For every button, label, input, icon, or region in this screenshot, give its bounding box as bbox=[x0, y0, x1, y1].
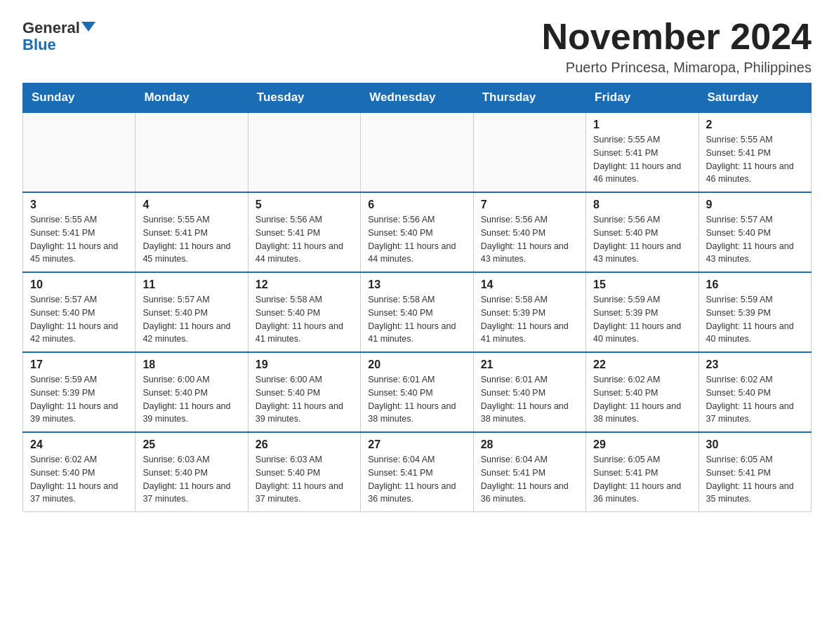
calendar-header-row: SundayMondayTuesdayWednesdayThursdayFrid… bbox=[23, 83, 812, 113]
calendar-cell: 10Sunrise: 5:57 AM Sunset: 5:40 PM Dayli… bbox=[23, 272, 135, 352]
day-info: Sunrise: 6:02 AM Sunset: 5:40 PM Dayligh… bbox=[30, 453, 128, 506]
calendar-cell: 11Sunrise: 5:57 AM Sunset: 5:40 PM Dayli… bbox=[135, 272, 248, 352]
calendar-cell: 17Sunrise: 5:59 AM Sunset: 5:39 PM Dayli… bbox=[23, 352, 135, 432]
calendar-cell: 6Sunrise: 5:56 AM Sunset: 5:40 PM Daylig… bbox=[361, 192, 473, 272]
calendar-cell: 2Sunrise: 5:55 AM Sunset: 5:41 PM Daylig… bbox=[699, 112, 811, 192]
calendar-week-3: 10Sunrise: 5:57 AM Sunset: 5:40 PM Dayli… bbox=[23, 272, 812, 352]
day-info: Sunrise: 5:59 AM Sunset: 5:39 PM Dayligh… bbox=[706, 293, 804, 346]
day-number: 1 bbox=[593, 119, 691, 131]
day-number: 14 bbox=[481, 279, 578, 291]
day-info: Sunrise: 6:03 AM Sunset: 5:40 PM Dayligh… bbox=[143, 453, 240, 506]
day-info: Sunrise: 6:00 AM Sunset: 5:40 PM Dayligh… bbox=[143, 373, 240, 426]
day-info: Sunrise: 6:05 AM Sunset: 5:41 PM Dayligh… bbox=[706, 453, 804, 506]
day-number: 7 bbox=[481, 199, 578, 211]
day-number: 15 bbox=[593, 279, 691, 291]
day-info: Sunrise: 6:01 AM Sunset: 5:40 PM Dayligh… bbox=[368, 373, 465, 426]
day-info: Sunrise: 6:00 AM Sunset: 5:40 PM Dayligh… bbox=[256, 373, 353, 426]
calendar-cell: 13Sunrise: 5:58 AM Sunset: 5:40 PM Dayli… bbox=[361, 272, 473, 352]
day-number: 13 bbox=[368, 279, 465, 291]
day-info: Sunrise: 6:05 AM Sunset: 5:41 PM Dayligh… bbox=[593, 453, 691, 506]
calendar-cell: 8Sunrise: 5:56 AM Sunset: 5:40 PM Daylig… bbox=[586, 192, 699, 272]
day-number: 24 bbox=[30, 438, 128, 451]
calendar-cell bbox=[248, 112, 360, 192]
calendar-cell bbox=[135, 112, 248, 192]
day-number: 18 bbox=[143, 358, 240, 371]
calendar-header-saturday: Saturday bbox=[699, 83, 811, 113]
calendar-cell: 16Sunrise: 5:59 AM Sunset: 5:39 PM Dayli… bbox=[699, 272, 811, 352]
title-block: November 2024 Puerto Princesa, Mimaropa,… bbox=[542, 17, 812, 76]
calendar-cell: 15Sunrise: 5:59 AM Sunset: 5:39 PM Dayli… bbox=[586, 272, 699, 352]
calendar-cell bbox=[473, 112, 585, 192]
calendar-cell: 22Sunrise: 6:02 AM Sunset: 5:40 PM Dayli… bbox=[586, 352, 699, 432]
calendar-week-4: 17Sunrise: 5:59 AM Sunset: 5:39 PM Dayli… bbox=[23, 352, 812, 432]
calendar-cell: 19Sunrise: 6:00 AM Sunset: 5:40 PM Dayli… bbox=[248, 352, 360, 432]
day-info: Sunrise: 5:56 AM Sunset: 5:40 PM Dayligh… bbox=[593, 213, 691, 266]
day-number: 26 bbox=[256, 438, 353, 451]
calendar-table: SundayMondayTuesdayWednesdayThursdayFrid… bbox=[22, 83, 812, 512]
day-info: Sunrise: 5:56 AM Sunset: 5:41 PM Dayligh… bbox=[256, 213, 353, 266]
day-info: Sunrise: 6:01 AM Sunset: 5:40 PM Dayligh… bbox=[481, 373, 578, 426]
logo: General Blue bbox=[22, 17, 95, 53]
day-number: 29 bbox=[593, 438, 691, 451]
day-number: 21 bbox=[481, 358, 578, 371]
day-info: Sunrise: 5:55 AM Sunset: 5:41 PM Dayligh… bbox=[143, 213, 240, 266]
day-number: 20 bbox=[368, 358, 465, 371]
calendar-cell: 23Sunrise: 6:02 AM Sunset: 5:40 PM Dayli… bbox=[699, 352, 811, 432]
main-title: November 2024 bbox=[542, 17, 812, 57]
calendar-header-friday: Friday bbox=[586, 83, 699, 113]
day-info: Sunrise: 5:58 AM Sunset: 5:39 PM Dayligh… bbox=[481, 293, 578, 346]
day-number: 30 bbox=[706, 438, 804, 451]
logo-triangle-icon bbox=[81, 22, 95, 32]
calendar-cell: 7Sunrise: 5:56 AM Sunset: 5:40 PM Daylig… bbox=[473, 192, 585, 272]
day-info: Sunrise: 6:02 AM Sunset: 5:40 PM Dayligh… bbox=[593, 373, 691, 426]
day-number: 16 bbox=[706, 279, 804, 291]
day-number: 17 bbox=[30, 358, 128, 371]
calendar-cell bbox=[361, 112, 473, 192]
calendar-week-1: 1Sunrise: 5:55 AM Sunset: 5:41 PM Daylig… bbox=[23, 112, 812, 192]
logo-blue: Blue bbox=[22, 36, 56, 53]
calendar-header-monday: Monday bbox=[135, 83, 248, 113]
calendar-week-5: 24Sunrise: 6:02 AM Sunset: 5:40 PM Dayli… bbox=[23, 432, 812, 512]
day-number: 6 bbox=[368, 199, 465, 211]
day-number: 27 bbox=[368, 438, 465, 451]
day-number: 25 bbox=[143, 438, 240, 451]
calendar-cell: 25Sunrise: 6:03 AM Sunset: 5:40 PM Dayli… bbox=[135, 432, 248, 512]
calendar-cell: 3Sunrise: 5:55 AM Sunset: 5:41 PM Daylig… bbox=[23, 192, 135, 272]
calendar-cell: 29Sunrise: 6:05 AM Sunset: 5:41 PM Dayli… bbox=[586, 432, 699, 512]
day-info: Sunrise: 5:58 AM Sunset: 5:40 PM Dayligh… bbox=[256, 293, 353, 346]
calendar-cell: 24Sunrise: 6:02 AM Sunset: 5:40 PM Dayli… bbox=[23, 432, 135, 512]
day-number: 2 bbox=[706, 119, 804, 131]
day-info: Sunrise: 5:55 AM Sunset: 5:41 PM Dayligh… bbox=[706, 133, 804, 186]
subtitle: Puerto Princesa, Mimaropa, Philippines bbox=[542, 60, 812, 76]
day-number: 11 bbox=[143, 279, 240, 291]
calendar-cell: 28Sunrise: 6:04 AM Sunset: 5:41 PM Dayli… bbox=[473, 432, 585, 512]
day-info: Sunrise: 6:04 AM Sunset: 5:41 PM Dayligh… bbox=[481, 453, 578, 506]
day-number: 22 bbox=[593, 358, 691, 371]
calendar-cell: 18Sunrise: 6:00 AM Sunset: 5:40 PM Dayli… bbox=[135, 352, 248, 432]
day-info: Sunrise: 5:56 AM Sunset: 5:40 PM Dayligh… bbox=[481, 213, 578, 266]
calendar-cell: 4Sunrise: 5:55 AM Sunset: 5:41 PM Daylig… bbox=[135, 192, 248, 272]
day-info: Sunrise: 5:57 AM Sunset: 5:40 PM Dayligh… bbox=[706, 213, 804, 266]
day-info: Sunrise: 5:59 AM Sunset: 5:39 PM Dayligh… bbox=[30, 373, 128, 426]
calendar-header-wednesday: Wednesday bbox=[361, 83, 473, 113]
day-number: 23 bbox=[706, 358, 804, 371]
day-number: 19 bbox=[256, 358, 353, 371]
page-header: General Blue November 2024 Puerto Prince… bbox=[22, 17, 812, 76]
calendar-header-thursday: Thursday bbox=[473, 83, 585, 113]
calendar-cell: 21Sunrise: 6:01 AM Sunset: 5:40 PM Dayli… bbox=[473, 352, 585, 432]
day-info: Sunrise: 6:04 AM Sunset: 5:41 PM Dayligh… bbox=[368, 453, 465, 506]
calendar-cell: 30Sunrise: 6:05 AM Sunset: 5:41 PM Dayli… bbox=[699, 432, 811, 512]
day-info: Sunrise: 5:57 AM Sunset: 5:40 PM Dayligh… bbox=[30, 293, 128, 346]
day-number: 28 bbox=[481, 438, 578, 451]
calendar-header-sunday: Sunday bbox=[23, 83, 135, 113]
calendar-week-2: 3Sunrise: 5:55 AM Sunset: 5:41 PM Daylig… bbox=[23, 192, 812, 272]
day-number: 3 bbox=[30, 199, 128, 211]
calendar-cell: 5Sunrise: 5:56 AM Sunset: 5:41 PM Daylig… bbox=[248, 192, 360, 272]
logo-general: General bbox=[22, 20, 80, 36]
day-info: Sunrise: 5:58 AM Sunset: 5:40 PM Dayligh… bbox=[368, 293, 465, 346]
calendar-cell: 20Sunrise: 6:01 AM Sunset: 5:40 PM Dayli… bbox=[361, 352, 473, 432]
day-info: Sunrise: 5:55 AM Sunset: 5:41 PM Dayligh… bbox=[30, 213, 128, 266]
day-info: Sunrise: 6:03 AM Sunset: 5:40 PM Dayligh… bbox=[256, 453, 353, 506]
calendar-header-tuesday: Tuesday bbox=[248, 83, 360, 113]
day-info: Sunrise: 5:56 AM Sunset: 5:40 PM Dayligh… bbox=[368, 213, 465, 266]
